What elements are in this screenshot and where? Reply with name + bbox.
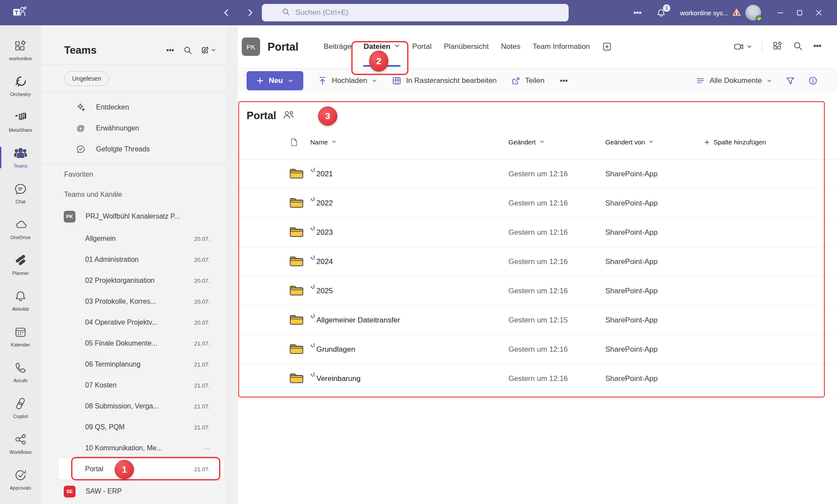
folder-icon bbox=[289, 343, 304, 357]
sidebar-item-mentions[interactable]: @ Erwähnungen bbox=[41, 118, 226, 139]
channel-date: 21.07. bbox=[194, 340, 210, 347]
file-row[interactable]: 2023 Gestern um 12:16 SharePoint-App bbox=[238, 218, 837, 247]
view-selector[interactable]: Alle Dokumente bbox=[696, 76, 772, 86]
edit-grid-view-button[interactable]: In Rasteransicht bearbeiten bbox=[392, 76, 497, 86]
user-avatar[interactable] bbox=[745, 5, 761, 21]
shared-people-icon[interactable] bbox=[283, 109, 294, 122]
new-chat-icon[interactable] bbox=[201, 46, 216, 55]
add-column-button[interactable]: Spalte hinzufügen bbox=[704, 138, 837, 146]
minimize-button[interactable] bbox=[771, 0, 790, 25]
rail-item-workonline[interactable]: workonline bbox=[0, 32, 41, 68]
add-tab-button[interactable] bbox=[602, 25, 612, 68]
rail-item-chat[interactable]: Chat bbox=[0, 175, 41, 211]
file-type-column-icon[interactable] bbox=[285, 138, 310, 147]
rail-item-teams[interactable]: Teams bbox=[0, 140, 41, 175]
tab-beitraege[interactable]: Beiträge bbox=[318, 25, 357, 68]
channel-name: 08 Submission, Verga... bbox=[85, 402, 194, 410]
titlebar-more-icon[interactable] bbox=[630, 5, 645, 20]
apps-grid-icon[interactable] bbox=[772, 41, 783, 53]
sidebar-channel[interactable]: 05 Finale Dokumente... 21.07. bbox=[41, 333, 226, 354]
sidebar-channel[interactable]: 02 Projektorganisation 20.07. bbox=[41, 270, 226, 291]
sidebar-channel[interactable]: 07 Kosten 21.07. bbox=[41, 375, 226, 396]
file-modified: Gestern um 12:16 bbox=[508, 287, 605, 295]
rail-item-metashare[interactable]: MetaShare bbox=[0, 104, 41, 140]
sidebar-title: Teams bbox=[64, 44, 166, 56]
sidebar-channel[interactable]: 08 Submission, Verga... 21.07. bbox=[41, 396, 226, 417]
file-row[interactable]: Vereinbarung Gestern um 12:16 SharePoint… bbox=[238, 364, 837, 394]
channel-more-icon[interactable] bbox=[813, 41, 822, 52]
file-row[interactable]: 2024 Gestern um 12:16 SharePoint-App bbox=[238, 247, 837, 277]
rail-item-calendar[interactable]: Kalender bbox=[0, 319, 41, 354]
tab-planuebersicht[interactable]: Planübersicht bbox=[438, 25, 495, 68]
channel-search-icon[interactable] bbox=[793, 41, 803, 52]
tab-team-information[interactable]: Team Information bbox=[526, 25, 596, 68]
file-modified: Gestern um 12:16 bbox=[508, 228, 605, 237]
sidebar-channel[interactable]: Allgemein 20.07. bbox=[41, 228, 226, 249]
sidebar-item-followed-threads[interactable]: Gefolgte Threads bbox=[41, 139, 226, 160]
file-row[interactable]: 2021 Gestern um 12:16 SharePoint-App bbox=[238, 160, 837, 189]
meet-button[interactable] bbox=[734, 41, 752, 52]
channel-name: 10 Kommunikation, Me... bbox=[85, 444, 204, 452]
folder-icon bbox=[289, 314, 304, 327]
search-input[interactable] bbox=[295, 8, 522, 17]
column-header-modified-by[interactable]: Geändert von bbox=[605, 138, 704, 146]
sidebar-channel[interactable]: 06 Terminplanung 21.07. bbox=[41, 354, 226, 375]
sidebar-channel[interactable]: 01 Administration 20.07. bbox=[41, 249, 226, 270]
sidebar-channel[interactable]: Portal 21.07. bbox=[58, 459, 224, 480]
channel-date: 21.07. bbox=[194, 424, 210, 431]
tab-portal[interactable]: Portal bbox=[406, 25, 438, 68]
rail-item-approvals[interactable]: Approvals bbox=[0, 462, 41, 497]
rail-item-planner[interactable]: Planner bbox=[0, 247, 41, 283]
team-row-saw-erp[interactable]: SE SAW - ERP bbox=[41, 480, 226, 503]
rail-item-activity[interactable]: Aktivität bbox=[0, 283, 41, 319]
notifications-bell-icon[interactable]: 1 bbox=[654, 5, 669, 20]
sidebar-search-icon[interactable] bbox=[183, 46, 192, 55]
thread-check-icon bbox=[75, 144, 86, 154]
file-row[interactable]: 2022 Gestern um 12:16 SharePoint-App bbox=[238, 189, 837, 218]
sidebar-channel[interactable]: 09 QS, PQM 21.07. bbox=[41, 417, 226, 438]
maximize-button[interactable] bbox=[790, 0, 809, 25]
folder-icon bbox=[289, 168, 304, 181]
new-item-indicator-icon bbox=[310, 254, 315, 263]
column-header-modified[interactable]: Geändert bbox=[508, 138, 605, 146]
column-header-name[interactable]: Name bbox=[310, 138, 508, 146]
back-button[interactable] bbox=[220, 6, 233, 20]
file-list: 2021 Gestern um 12:16 SharePoint-App 202… bbox=[238, 160, 837, 394]
filter-icon[interactable] bbox=[786, 76, 795, 86]
channel-date: 20.07. bbox=[194, 278, 210, 284]
rail-item-onedrive[interactable]: OneDrive bbox=[0, 211, 41, 247]
global-search-bar[interactable] bbox=[262, 4, 569, 21]
info-icon[interactable] bbox=[808, 76, 818, 86]
forward-button[interactable] bbox=[243, 6, 257, 20]
new-button[interactable]: Neu bbox=[247, 71, 303, 90]
tab-dateien[interactable]: Dateien bbox=[357, 25, 406, 68]
close-button[interactable] bbox=[809, 0, 828, 25]
library-title: Portal bbox=[247, 109, 276, 122]
sidebar-channel[interactable]: 10 Kommunikation, Me... ··· bbox=[41, 438, 226, 459]
toolbar-more-icon[interactable] bbox=[559, 76, 569, 86]
tab-notes[interactable]: Notes bbox=[495, 25, 526, 68]
rail-item-copilot[interactable]: Copilot bbox=[0, 390, 41, 426]
channel-date: 21.07. bbox=[194, 403, 210, 410]
rail-item-orchestry[interactable]: Orchestry bbox=[0, 68, 41, 104]
sidebar-channel[interactable]: 04 Operative Projektv... 20.07. bbox=[41, 312, 226, 333]
sidebar-channel[interactable]: 03 Protokolle, Korres... 20.07. bbox=[41, 291, 226, 312]
file-row[interactable]: 2025 Gestern um 12:16 SharePoint-App bbox=[238, 277, 837, 306]
new-item-indicator-icon bbox=[310, 371, 315, 380]
share-button[interactable]: Teilen bbox=[511, 76, 544, 86]
sidebar-more-icon[interactable] bbox=[166, 46, 175, 55]
account-switcher[interactable]: workonline sys... bbox=[680, 8, 741, 18]
rail-item-calls[interactable]: Anrufe bbox=[0, 354, 41, 390]
team-row-prj-wolfbuehl[interactable]: PK PRJ_Wolfbühl Kanalersatz P... bbox=[41, 205, 226, 228]
file-row[interactable]: Grundlagen Gestern um 12:16 SharePoint-A… bbox=[238, 335, 837, 364]
file-name: Vereinbarung bbox=[316, 374, 360, 383]
file-modified-by: SharePoint-App bbox=[605, 228, 704, 237]
upload-button[interactable]: Hochladen bbox=[318, 76, 377, 86]
file-modified: Gestern um 12:16 bbox=[508, 257, 605, 266]
new-item-indicator-icon bbox=[310, 342, 315, 351]
sidebar-item-discover[interactable]: Entdecken bbox=[41, 97, 226, 118]
rail-item-workflows[interactable]: Workflows bbox=[0, 426, 41, 462]
unread-filter-pill[interactable]: Ungelesen bbox=[64, 71, 109, 86]
copilot-icon bbox=[14, 397, 27, 412]
file-row[interactable]: Allgemeiner Dateitransfer Gestern um 12:… bbox=[238, 306, 837, 335]
